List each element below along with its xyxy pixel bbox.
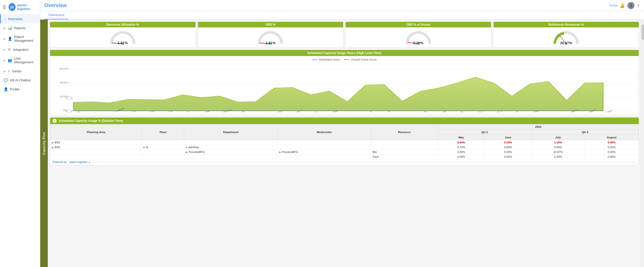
detail-table-title: Scheduled Capacity Usage % (Detailed Vie… [59,119,123,123]
sidebar-label-overview: Overview [8,17,22,21]
bell-icon[interactable]: 🔔 [620,3,625,8]
logo-text: planet together [17,3,37,11]
main-area: Overview Acme 🔔 👤 ▼ Dashboard Capacity P… [40,0,644,267]
reports-icon: 📊 [8,26,12,30]
capacity-chart-svg: 0 200 400 600 [52,62,637,112]
expand-row-icon[interactable]: ▶ [52,141,54,144]
gauge-value-bottleneck: 26.67% [552,41,580,45]
year-header: 2024 [438,124,638,130]
table-row: ▶ ProcessMFG▶ ProcessMFGMix0.00%0.00%10.… [50,150,639,154]
kpi-body-oee: 1.61% [198,27,343,47]
table-cell [142,154,184,159]
table-cell: ▶ BI01 [50,140,142,145]
expand-row-icon[interactable]: ▶ [52,146,54,149]
table-cell [371,140,438,145]
scrollbar-thumb[interactable] [641,25,644,40]
table-cell [142,150,184,154]
svg-point-49 [66,97,72,99]
col-workcenter: Workcenter [277,124,371,140]
detail-table-section: ℹ Scheduled Capacity Usage % (Detailed V… [50,117,639,165]
capacity-chart-title: Scheduled Capacity Usage Hours (High-Lev… [50,50,639,56]
gauge-value-resource-utilization: 1.61% [109,41,137,45]
expand-wc-icon[interactable]: ▶ [279,151,281,153]
sidebar-item-integration[interactable]: ▶ ⚙ Integration [0,45,40,54]
expand-dept-icon[interactable]: ■ [186,146,187,149]
sidebar-item-gantts[interactable]: ▶ ≡ Gantts [0,67,40,76]
table-cell: 0.00% [585,145,638,150]
svg-text:Jim: Jim [253,112,261,112]
svg-text:Mia: Mia [345,112,353,112]
detail-table: Planning Area Plant Department Workcente… [50,124,639,159]
expand-dept2-icon[interactable]: ▶ [186,151,188,153]
topbar: Overview Acme 🔔 👤 ▼ [40,0,644,11]
table-row: Pack0.00%0.00%5.43%0.00% [50,154,639,159]
expand-icon-reports: ▶ [4,27,6,29]
tab-bar: Dashboard [40,11,644,20]
svg-text:0: 0 [63,109,66,112]
topbar-right: Acme 🔔 👤 ▼ [609,2,640,9]
kpi-card-oee-drums: OEE % of Drums 2.20% [345,22,491,48]
company-name: Acme [609,4,617,7]
chart-legend: Scheduled Hours Overall Online Hours [52,58,637,61]
capacity-chart-section: Scheduled Capacity Usage Hours (High-Lev… [50,50,639,115]
table-cell [277,145,371,150]
kpi-row: Resource Utilization % 1.61% [50,22,639,48]
sidebar: ☰ pt planet together ⌂ Overview ▶ 📊 Repo… [0,0,40,267]
table-cell: ■ JobShop [184,145,277,150]
sidebar-item-profile[interactable]: 👤 Profile [0,85,40,94]
kb-ai-icon: 💬 [4,78,8,82]
avatar[interactable]: 👤 [627,2,634,9]
svg-text:Bob: Bob [89,112,98,112]
sidebar-item-user-management[interactable]: ▶ 👥 User Management [0,54,40,67]
report-mgmt-icon: 👤 [8,37,12,41]
sidebar-item-reports[interactable]: ▶ 📊 Reports [0,23,40,32]
col-resource: Resource [371,124,438,140]
powered-by-brand: planet together [69,161,88,164]
table-cell [277,154,371,159]
expand-icon-gantts: ▶ [4,70,6,73]
legend-scheduled-line [312,60,317,60]
table-cell: 10.87% [531,150,585,154]
svg-text:Mix: Mix [399,112,408,112]
expand-icon-integration: ▶ [4,48,6,51]
table-cell [142,140,184,145]
sidebar-label-report-mgmt: Report Management [14,35,37,42]
table-cell [50,150,142,154]
hamburger-icon[interactable]: ☰ [3,5,6,10]
integration-icon: ⚙ [8,47,11,51]
sidebar-label-gantts: Gantts [12,69,21,73]
table-cell: ▶ B [142,145,184,150]
powered-by: Powered by planet together ● [50,159,639,165]
sidebar-item-kb-ai[interactable]: 💬 KB AI Chatbot [0,76,40,85]
col-qtr2: Qtr 2 [438,130,531,135]
table-cell: 0.53% [485,140,531,145]
gauge-value-oee: 1.61% [257,41,284,45]
gauge-bottleneck: 26.67% [552,30,580,45]
svg-text:600: 600 [59,68,68,70]
table-cell: 0.00% [485,145,531,150]
capacity-plan-label: Capacity Plan [42,132,46,155]
expand-icon-user-mgmt: ▶ [4,59,6,62]
detail-table-header: ℹ Scheduled Capacity Usage % (Detailed V… [50,118,639,124]
sidebar-item-overview[interactable]: ⌂ Overview [0,14,40,23]
sidebar-label-profile: Profile [10,87,19,91]
table-cell: 0.00% [585,140,638,145]
kpi-body-oee-drums: 2.20% [346,27,491,47]
tab-dashboard[interactable]: Dashboard [44,11,68,19]
sidebar-item-report-management[interactable]: ▶ 👤 Report Management [0,32,40,45]
sidebar-label-integration: Integration [13,48,28,51]
table-cell: Pack [371,154,438,159]
kpi-title-oee: OEE % [198,22,343,27]
expand-plant-icon[interactable]: ▶ [143,146,145,149]
sidebar-nav: ⌂ Overview ▶ 📊 Reports ▶ 👤 Report Manage… [0,14,40,267]
col-june: June [485,135,531,140]
svg-text:400: 400 [59,81,68,84]
table-row: ▶ BI02▶ B■ JobShop4.73%0.00%0.00%0.00% [50,145,639,150]
scrollbar[interactable] [641,20,644,267]
content-wrapper: Capacity Plan Resource Utilization % [40,20,644,267]
dropdown-arrow[interactable]: ▼ [637,4,640,7]
expand-icon-report-mgmt: ▶ [4,37,6,40]
col-planning-area: Planning Area [50,124,142,140]
kpi-card-oee: OEE % 1.61% [198,22,344,48]
col-july: July [531,135,585,140]
